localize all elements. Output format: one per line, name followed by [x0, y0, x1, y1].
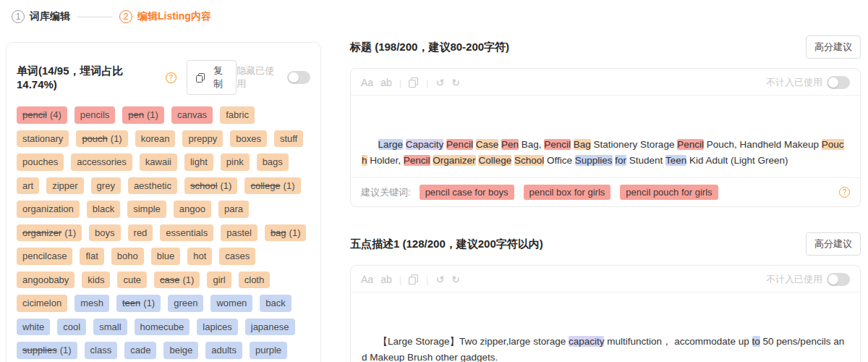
uppercase-icon[interactable]: Aa	[361, 274, 373, 285]
word-tag[interactable]: fabric	[220, 106, 255, 124]
word-tag[interactable]: kawaii	[140, 153, 177, 171]
word-tag[interactable]: flat	[80, 248, 103, 265]
paste-icon[interactable]	[409, 77, 419, 88]
bullet1-editor: Aa ab | | ↺ ↻ 不计入已使用 【Large Storage】Two …	[350, 265, 861, 362]
word-tag[interactable]: school(1)	[184, 177, 237, 195]
word-tag[interactable]: para	[218, 201, 249, 218]
stepper: 1 词库编辑 2 编辑Listing内容	[12, 10, 211, 23]
word-tag[interactable]: pouch(1)	[76, 130, 127, 148]
word-tag[interactable]: stuff	[274, 130, 303, 148]
word-tag[interactable]: stationary	[17, 130, 69, 148]
redo-icon[interactable]: ↻	[451, 77, 460, 88]
word-tag[interactable]: boxes	[230, 130, 267, 148]
high-score-suggestion-button[interactable]: 高分建议	[806, 35, 861, 59]
step-edit-listing[interactable]: 2 编辑Listing内容	[119, 10, 211, 23]
uppercase-icon[interactable]: Aa	[361, 77, 373, 88]
word-tag-list: pencil(4)pencilspen(1)canvasfabricstatio…	[17, 106, 310, 362]
word-tag[interactable]: case(1)	[154, 272, 200, 289]
word-tag[interactable]: white	[17, 319, 50, 336]
word-tag[interactable]: pencilcase	[17, 248, 72, 265]
word-tag[interactable]: grey	[91, 177, 121, 195]
word-tag[interactable]: angoo	[174, 201, 211, 218]
word-tag[interactable]: bag(1)	[265, 224, 307, 242]
redo-icon[interactable]: ↻	[451, 274, 460, 285]
paste-icon[interactable]	[409, 274, 419, 285]
word-tag[interactable]: mesh	[75, 295, 109, 312]
word-tag[interactable]: cicimelon	[17, 295, 67, 312]
word-tag[interactable]: essentials	[160, 224, 213, 242]
word-tag[interactable]: cloth	[239, 272, 270, 289]
exclude-used-toggle[interactable]	[827, 273, 850, 286]
word-tag[interactable]: teen(1)	[116, 295, 161, 312]
suggest-keyword-tag[interactable]: pencil case for boys	[420, 185, 514, 200]
word-tag[interactable]: pencil(4)	[17, 106, 67, 124]
word-tag[interactable]: organizer(1)	[17, 224, 82, 242]
bullet1-editor-toolbar: Aa ab | | ↺ ↻ 不计入已使用	[351, 266, 860, 292]
word-tag[interactable]: pen(1)	[122, 106, 164, 124]
word-tag[interactable]: supplies(1)	[17, 342, 77, 359]
word-tag[interactable]: cute	[117, 272, 147, 289]
word-tag[interactable]: organization	[17, 201, 80, 218]
word-tag[interactable]: cade	[124, 342, 156, 359]
word-tag[interactable]: accessories	[71, 153, 132, 171]
word-tag[interactable]: art	[17, 177, 39, 195]
word-tag[interactable]: kids	[82, 272, 110, 289]
word-tag[interactable]: back	[260, 295, 291, 312]
toolbar-divider: |	[426, 77, 428, 88]
word-tag[interactable]: korean	[135, 130, 176, 148]
step-word-library[interactable]: 1 词库编辑	[12, 10, 70, 23]
lowercase-icon[interactable]: ab	[380, 77, 392, 88]
help-icon[interactable]: ?	[839, 187, 850, 198]
listing-content-column: 标题 (198/200，建议80-200字符) 高分建议 Aa ab | | ↺…	[350, 36, 861, 362]
undo-icon[interactable]: ↺	[435, 274, 444, 285]
copy-button[interactable]: 复制	[187, 60, 237, 95]
word-tag[interactable]: simple	[127, 201, 166, 218]
word-tag[interactable]: college(1)	[244, 177, 300, 195]
word-tag[interactable]: pencils	[75, 106, 115, 124]
word-tag[interactable]: hot	[187, 248, 212, 265]
high-score-suggestion-button[interactable]: 高分建议	[806, 232, 861, 256]
word-tag[interactable]: pouches	[17, 153, 64, 171]
undo-icon[interactable]: ↺	[435, 77, 444, 88]
suggest-keyword-tag[interactable]: pencil box for girls	[524, 185, 611, 200]
stepper-connector-line	[77, 17, 112, 17]
word-tag[interactable]: homecube	[135, 319, 190, 336]
word-tag[interactable]: preppy	[182, 130, 223, 148]
title-text-input[interactable]: Large Capacity Pencil Case Pen Bag, Penc…	[351, 95, 860, 177]
title-editor-toolbar: Aa ab | | ↺ ↻ 不计入已使用	[351, 69, 860, 95]
word-tag[interactable]: beige	[163, 342, 198, 359]
word-tag[interactable]: pastel	[221, 224, 258, 242]
word-tag[interactable]: green	[168, 295, 203, 312]
lowercase-icon[interactable]: ab	[380, 274, 392, 285]
toggle-knob-icon	[828, 274, 838, 285]
bullet1-text-input[interactable]: 【Large Storage】Two zipper,large storage …	[351, 292, 860, 362]
help-icon[interactable]: ?	[166, 72, 176, 83]
word-tag[interactable]: boho	[111, 248, 144, 265]
word-tag[interactable]: class	[85, 342, 118, 359]
word-tag[interactable]: girl	[207, 272, 231, 289]
hide-used-toggle[interactable]	[287, 71, 310, 84]
word-tag[interactable]: canvas	[171, 106, 213, 124]
word-tag[interactable]: aesthetic	[128, 177, 177, 195]
word-tag[interactable]: adults	[205, 342, 242, 359]
word-tag[interactable]: black	[87, 201, 120, 218]
word-tag[interactable]: red	[128, 224, 153, 242]
word-tag[interactable]: pink	[221, 153, 250, 171]
word-tag[interactable]: cases	[219, 248, 255, 265]
word-tag[interactable]: women	[210, 295, 252, 312]
word-tag[interactable]: cool	[57, 319, 86, 336]
word-tag[interactable]: purple	[250, 342, 287, 359]
word-tag[interactable]: small	[93, 319, 127, 336]
word-tag[interactable]: light	[184, 153, 213, 171]
exclude-used-toggle[interactable]	[827, 76, 850, 89]
word-tag[interactable]: japanese	[245, 319, 295, 336]
suggest-keyword-tag[interactable]: pencil pouch for girls	[620, 185, 718, 200]
word-tag[interactable]: zipper	[46, 177, 83, 195]
word-tag[interactable]: blue	[151, 248, 181, 265]
listing-editor-page: 1 词库编辑 2 编辑Listing内容 单词(14/95，埋词占比14.74%…	[0, 0, 868, 362]
word-tag[interactable]: angoobaby	[17, 272, 75, 289]
word-tag[interactable]: boys	[89, 224, 120, 242]
word-tag[interactable]: bags	[257, 153, 289, 171]
title-section-heading: 标题 (198/200，建议80-200字符)	[350, 41, 509, 54]
word-tag[interactable]: lapices	[197, 319, 237, 336]
